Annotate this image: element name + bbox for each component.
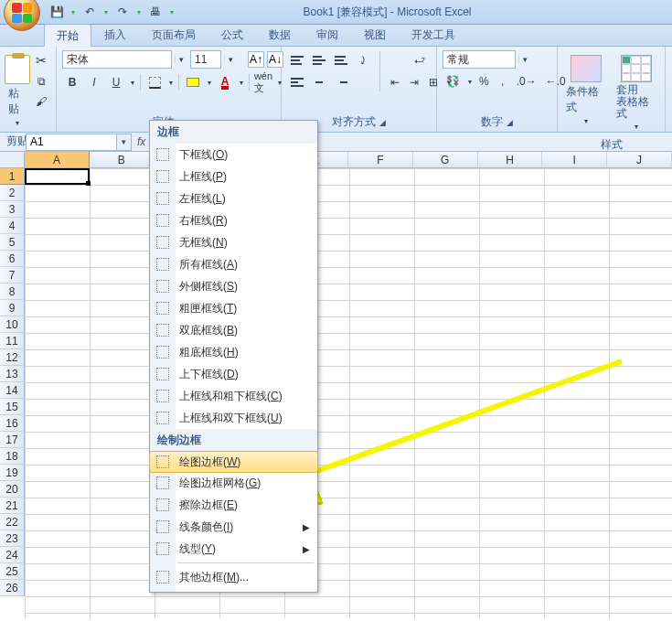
font-size-combo[interactable]: 11 bbox=[190, 50, 221, 69]
font-size-dropdown[interactable]: ▾ bbox=[224, 55, 237, 64]
menu-item-其他边框[interactable]: 其他边框(M)... bbox=[150, 566, 317, 588]
menu-item-绘图边框网格[interactable]: 绘图边框网格(G) bbox=[150, 472, 317, 494]
comma-button[interactable]: , bbox=[495, 72, 511, 91]
row-header-8[interactable]: 8 bbox=[0, 284, 25, 300]
col-header-A[interactable]: A bbox=[25, 152, 90, 167]
name-box[interactable]: A1 bbox=[26, 134, 117, 151]
fx-icon[interactable]: fx bbox=[137, 135, 145, 148]
tab-开发工具[interactable]: 开发工具 bbox=[399, 23, 468, 46]
font-name-combo[interactable]: 宋体 bbox=[62, 50, 172, 69]
menu-item-粗匣框线[interactable]: 粗匣框线(T) bbox=[150, 297, 317, 319]
tab-数据[interactable]: 数据 bbox=[256, 23, 304, 46]
menu-item-线条颜色[interactable]: 线条颜色(I)▶ bbox=[150, 516, 317, 538]
borders-split[interactable]: ▾ bbox=[166, 79, 175, 87]
wrap-text-button[interactable]: ⮐ bbox=[411, 51, 429, 70]
align-middle-button[interactable] bbox=[309, 50, 329, 70]
conditional-format-button[interactable]: 条件格式 ▾ bbox=[563, 50, 610, 130]
row-header-7[interactable]: 7 bbox=[0, 267, 25, 284]
menu-item-线型[interactable]: 线型(Y)▶ bbox=[150, 538, 317, 560]
row-header-18[interactable]: 18 bbox=[0, 448, 25, 465]
underline-split[interactable]: ▾ bbox=[128, 79, 136, 87]
align-left-button[interactable] bbox=[287, 72, 307, 92]
font-color-split[interactable]: ▾ bbox=[237, 79, 245, 87]
percent-button[interactable]: % bbox=[475, 72, 493, 91]
cells-area[interactable] bbox=[25, 168, 672, 618]
align-center-button[interactable] bbox=[309, 72, 329, 92]
menu-item-上框线[interactable]: 上框线(P) bbox=[150, 166, 317, 187]
row-header-15[interactable]: 15 bbox=[0, 399, 25, 415]
row-header-16[interactable]: 16 bbox=[0, 415, 25, 432]
row-header-25[interactable]: 25 bbox=[0, 563, 25, 580]
row-header-14[interactable]: 14 bbox=[0, 382, 25, 399]
qat-split-1[interactable]: ▾ bbox=[69, 5, 77, 19]
tab-视图[interactable]: 视图 bbox=[351, 23, 399, 46]
menu-item-外侧框线[interactable]: 外侧框线(S) bbox=[150, 275, 317, 297]
align-bottom-button[interactable] bbox=[331, 50, 351, 70]
row-header-22[interactable]: 22 bbox=[0, 514, 25, 530]
fill-color-button[interactable] bbox=[183, 72, 203, 92]
format-painter-button[interactable]: 🖌 bbox=[32, 92, 50, 111]
row-header-24[interactable]: 24 bbox=[0, 547, 25, 563]
dialog-launcher-alignment[interactable]: ◢ bbox=[379, 118, 386, 127]
menu-item-双底框线[interactable]: 双底框线(B) bbox=[150, 319, 317, 341]
number-format-dropdown[interactable]: ▾ bbox=[518, 55, 531, 64]
menu-item-上下框线[interactable]: 上下框线(D) bbox=[150, 363, 317, 385]
select-all-corner[interactable] bbox=[0, 152, 25, 168]
col-header-B[interactable]: B bbox=[90, 152, 155, 167]
underline-button[interactable]: U bbox=[106, 72, 126, 92]
menu-item-粗底框线[interactable]: 粗底框线(H) bbox=[150, 341, 317, 363]
worksheet-grid[interactable]: ABCDEFGHIJ 12345678910111213141516171819… bbox=[0, 152, 672, 618]
copy-button[interactable]: ⧉ bbox=[33, 72, 49, 91]
fill-split[interactable]: ▾ bbox=[205, 79, 213, 87]
row-header-13[interactable]: 13 bbox=[0, 366, 25, 382]
menu-item-上框线和双下框线[interactable]: 上框线和双下框线(U) bbox=[150, 407, 317, 429]
row-header-3[interactable]: 3 bbox=[0, 201, 25, 218]
menu-item-绘图边框[interactable]: 绘图边框(W) bbox=[149, 451, 318, 473]
row-header-17[interactable]: 17 bbox=[0, 432, 25, 448]
italic-button[interactable]: I bbox=[84, 72, 104, 92]
cut-button[interactable]: ✂ bbox=[32, 50, 50, 70]
tab-页面布局[interactable]: 页面布局 bbox=[139, 23, 208, 46]
paste-button[interactable]: 粘贴 ▾ bbox=[5, 50, 28, 132]
row-header-9[interactable]: 9 bbox=[0, 300, 25, 316]
row-header-5[interactable]: 5 bbox=[0, 234, 25, 251]
borders-button[interactable] bbox=[144, 72, 165, 92]
accounting-split[interactable]: ▾ bbox=[465, 72, 474, 91]
row-header-6[interactable]: 6 bbox=[0, 251, 25, 267]
menu-item-下框线[interactable]: 下框线(O) bbox=[150, 144, 317, 166]
menu-item-左框线[interactable]: 左框线(L) bbox=[150, 187, 317, 209]
active-cell-a1[interactable] bbox=[25, 168, 90, 185]
increase-indent-button[interactable]: ⇥ bbox=[406, 73, 422, 91]
row-header-1[interactable]: 1 bbox=[0, 168, 25, 185]
phonetic-button[interactable]: wén文 bbox=[253, 72, 273, 92]
row-header-26[interactable]: 26 bbox=[0, 580, 25, 596]
undo-icon[interactable]: ↶ bbox=[82, 5, 97, 19]
increase-font-button[interactable]: A↑ bbox=[248, 51, 264, 68]
col-header-I[interactable]: I bbox=[542, 152, 607, 167]
name-box-dropdown[interactable]: ▾ bbox=[117, 134, 132, 151]
row-header-11[interactable]: 11 bbox=[0, 333, 25, 349]
row-header-20[interactable]: 20 bbox=[0, 481, 25, 498]
col-header-J[interactable]: J bbox=[607, 152, 672, 167]
format-as-table-button[interactable]: 套用 表格格式 ▾ bbox=[613, 50, 660, 135]
menu-item-右框线[interactable]: 右框线(R) bbox=[150, 209, 317, 231]
col-header-F[interactable]: F bbox=[348, 152, 413, 167]
tab-公式[interactable]: 公式 bbox=[208, 23, 256, 46]
col-header-H[interactable]: H bbox=[478, 152, 543, 167]
bold-button[interactable]: B bbox=[62, 72, 82, 92]
row-header-23[interactable]: 23 bbox=[0, 530, 25, 547]
number-format-combo[interactable]: 常规 bbox=[443, 50, 516, 69]
menu-item-无框线[interactable]: 无框线(N) bbox=[150, 231, 317, 253]
font-name-dropdown[interactable]: ▾ bbox=[175, 55, 187, 64]
row-header-19[interactable]: 19 bbox=[0, 465, 25, 481]
tab-审阅[interactable]: 审阅 bbox=[304, 23, 351, 46]
row-header-10[interactable]: 10 bbox=[0, 316, 25, 333]
row-header-2[interactable]: 2 bbox=[0, 185, 25, 201]
align-right-button[interactable] bbox=[331, 72, 351, 92]
menu-item-所有框线[interactable]: 所有框线(A) bbox=[150, 253, 317, 275]
increase-decimal-button[interactable]: .0→ bbox=[513, 72, 540, 91]
col-header-G[interactable]: G bbox=[413, 152, 478, 167]
menu-item-擦除边框[interactable]: 擦除边框(E) bbox=[150, 494, 317, 516]
menu-item-上框线和粗下框线[interactable]: 上框线和粗下框线(C) bbox=[150, 385, 317, 407]
tab-插入[interactable]: 插入 bbox=[91, 23, 139, 46]
